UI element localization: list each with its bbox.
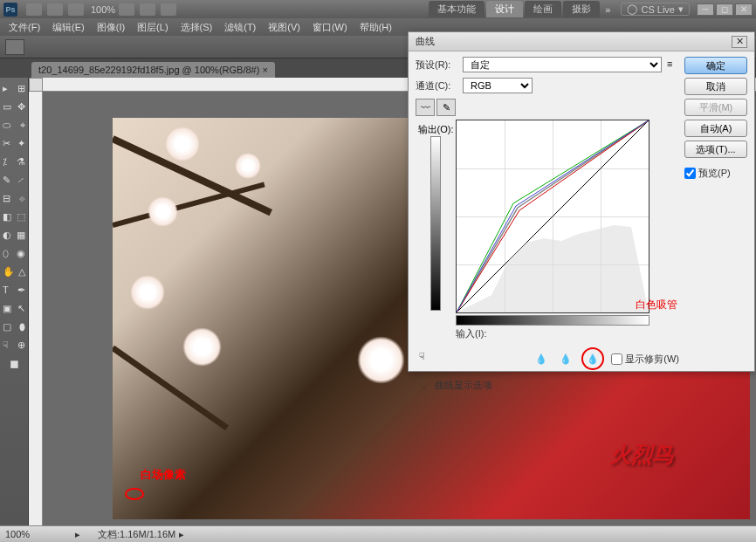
app-titlebar: Ps 100% 基本功能 设计 绘画 摄影 » ◯ CS Live ▾ ─ ◻ …	[0, 0, 756, 18]
preset-menu-icon[interactable]: ≡	[667, 58, 679, 71]
tool-marquee-row[interactable]: ▭✥	[1, 98, 27, 115]
tool-stamp-row[interactable]: ⊟⟐	[1, 189, 27, 207]
document-tab[interactable]: t20_14699_85e229192fd18f5.jpg @ 100%(RGB…	[31, 62, 275, 78]
cslive-icon: ◯	[627, 3, 637, 15]
workspace-tab-photography[interactable]: 摄影	[563, 1, 600, 17]
input-label: 输入(I):	[416, 327, 679, 340]
tool-path-row[interactable]: ▣↖	[1, 299, 27, 317]
preset-label: 预设(R):	[416, 58, 459, 72]
tool-eyedrop-row[interactable]: ⁒⚗	[1, 153, 27, 170]
smooth-button[interactable]: 平滑(M)	[684, 99, 747, 116]
display-options-label: 曲线显示选项	[435, 379, 492, 392]
zoom-display[interactable]: 100%	[91, 4, 115, 15]
ok-button[interactable]: 确定	[684, 57, 747, 74]
preset-select[interactable]: 自定	[463, 57, 662, 72]
menu-file[interactable]: 文件(F)	[3, 19, 45, 36]
menu-layer[interactable]: 图层(L)	[132, 19, 173, 36]
status-zoom[interactable]: 100%	[5, 529, 75, 539]
watermark-text: 火烈鸟	[610, 441, 741, 469]
menu-help[interactable]: 帮助(H)	[354, 19, 397, 36]
ruler-corner	[29, 78, 43, 92]
workspace-more-icon[interactable]: »	[605, 4, 610, 15]
menu-view[interactable]: 视图(V)	[263, 19, 306, 36]
show-clipping-checkbox[interactable]: 显示修剪(W)	[611, 353, 679, 366]
preview-checkbox[interactable]: 预览(P)	[684, 167, 747, 180]
input-gradient	[456, 315, 649, 326]
auto-button[interactable]: 自动(A)	[684, 120, 747, 137]
titlebar-view-icons	[119, 3, 176, 16]
status-doc-size: 文档:1.16M/1.16M	[98, 528, 175, 541]
preview-input[interactable]	[684, 168, 696, 179]
tool-pen-row[interactable]: T✒	[1, 281, 27, 298]
close-button[interactable]: ✕	[735, 3, 753, 16]
preview-label: 预览(P)	[698, 167, 731, 180]
toolbox: ▸⊞ ▭✥ ⬭⌖ ✂✦ ⁒⚗ ✎⟋ ⊟⟐ ◧⬚ ◐▦ ⬯◉ ✋△ T✒ ▣↖ ▢…	[0, 78, 29, 525]
annotation-white-pixel: 白场像素	[141, 467, 186, 483]
titlebar-quick-icons	[26, 3, 84, 16]
menu-image[interactable]: 图像(I)	[92, 19, 130, 36]
menu-window[interactable]: 窗口(W)	[307, 19, 353, 36]
current-tool-icon[interactable]	[5, 39, 24, 55]
status-arrow-icon[interactable]: ▸	[75, 529, 80, 540]
output-gradient	[430, 136, 441, 311]
annotation-circle	[125, 488, 144, 500]
tool-brush-row[interactable]: ✎⟋	[1, 171, 27, 189]
show-clipping-label: 显示修剪(W)	[625, 353, 679, 366]
bridge-icon[interactable]	[26, 3, 42, 16]
options-button[interactable]: 选项(T)...	[684, 141, 747, 158]
minimize-button[interactable]: ─	[697, 3, 714, 16]
document-tab-label: t20_14699_85e229192fd18f5.jpg @ 100%(RGB…	[38, 65, 268, 75]
cslive-button[interactable]: ◯ CS Live ▾	[621, 3, 690, 16]
menu-edit[interactable]: 编辑(E)	[47, 19, 90, 36]
workspace-tab-essentials[interactable]: 基本功能	[429, 1, 485, 17]
dialog-close-button[interactable]: ✕	[732, 36, 747, 48]
tool-lasso-row[interactable]: ⬭⌖	[1, 116, 27, 134]
statusbar: 100% ▸ 文档:1.16M/1.16M ▸	[0, 525, 756, 542]
watermark: 火烈鸟	[610, 441, 741, 511]
display-options-toggle[interactable]: ⌄ 曲线显示选项	[416, 379, 679, 392]
curves-dialog: 曲线 ✕ 预设(R): 自定 ≡ 通道(C): RGB 〰 ✎ 输出(O):	[408, 31, 755, 372]
dialog-title: 曲线	[416, 35, 435, 48]
tool-swatches[interactable]: ◼	[3, 354, 24, 372]
dropdown-icon: ▾	[678, 3, 684, 15]
arrange-icon[interactable]	[140, 3, 155, 16]
layout-icon[interactable]	[68, 3, 84, 16]
curves-graph[interactable]	[456, 120, 649, 313]
screen-mode-icon[interactable]	[161, 3, 176, 16]
status-more-icon[interactable]: ▸	[179, 529, 184, 540]
menu-select[interactable]: 选择(S)	[175, 19, 218, 36]
tool-hand-row[interactable]: ☟⊕	[1, 336, 27, 353]
annotation-white-dropper: 白色吸管	[636, 298, 677, 312]
minibridge-icon[interactable]	[47, 3, 63, 16]
tool-wand-row[interactable]: ✂✦	[1, 134, 27, 152]
tool-gradient-row[interactable]: ◐▦	[1, 226, 27, 244]
cslive-label: CS Live	[641, 4, 675, 15]
white-point-eyedropper[interactable]: 💧	[581, 347, 604, 370]
tool-shape-row[interactable]: ▢⬮	[1, 318, 27, 335]
black-point-eyedropper[interactable]: 💧	[533, 351, 550, 367]
menu-filter[interactable]: 滤镜(T)	[219, 19, 261, 36]
hand-icon[interactable]	[119, 3, 134, 16]
tool-move-row[interactable]: ▸⊞	[1, 79, 27, 97]
tool-eraser-row[interactable]: ◧⬚	[1, 208, 27, 225]
maximize-button[interactable]: ◻	[716, 3, 733, 16]
ruler-vertical[interactable]	[29, 92, 43, 525]
on-image-tool-icon[interactable]: ☟	[419, 351, 436, 367]
curve-pencil-tool[interactable]: ✎	[436, 99, 456, 116]
cancel-button[interactable]: 取消	[684, 78, 747, 95]
gray-point-eyedropper[interactable]: 💧	[557, 351, 574, 367]
channel-select[interactable]: RGB	[463, 78, 533, 93]
output-label: 输出(O):	[418, 123, 454, 136]
curve-point-tool[interactable]: 〰	[416, 99, 435, 116]
chevron-icon: ⌄	[419, 381, 430, 391]
ps-logo-icon: Ps	[3, 3, 17, 17]
tool-blur-row[interactable]: ⬯◉	[1, 244, 27, 262]
workspace-tab-design[interactable]: 设计	[486, 1, 523, 17]
channel-label: 通道(C):	[416, 79, 459, 93]
tool-dodge-row[interactable]: ✋△	[1, 263, 27, 280]
dialog-titlebar[interactable]: 曲线 ✕	[409, 32, 754, 51]
curve-lines	[457, 120, 649, 312]
show-clipping-input[interactable]	[611, 353, 622, 365]
workspace-tab-painting[interactable]: 绘画	[525, 1, 561, 17]
